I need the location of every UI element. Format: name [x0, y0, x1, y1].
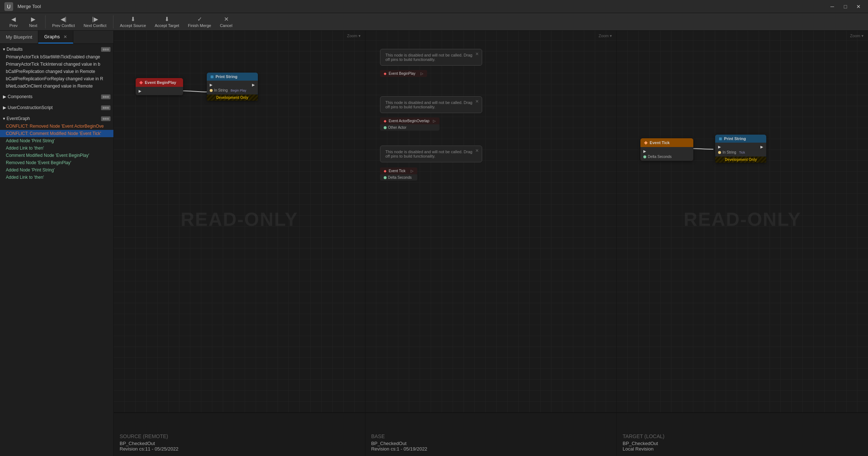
section-components-header[interactable]: ▶ Components ≡≡≡ [0, 93, 113, 101]
added-item-2[interactable]: Added Link to 'then' [0, 144, 113, 152]
target-bottom: TARGET (LOCAL) BP_CheckedOut Local Revis… [617, 412, 868, 456]
base-actor-begin-overlap-label: Event ActorBeginOverlap [389, 119, 430, 123]
added-item-4[interactable]: Removed Node 'Event BeginPlay' [0, 159, 113, 166]
maximize-button[interactable]: □ [840, 3, 850, 10]
list-item[interactable]: bCallPreReplicationForReplay changed val… [0, 75, 113, 82]
event-icon: ◆ [139, 80, 143, 85]
panels-row: READ-ONLY Zoom ▾ ◆ Event BeginPlay [114, 31, 868, 456]
exec-row: ▶ [139, 88, 180, 94]
target-zoom[interactable]: Zoom ▾ [850, 34, 864, 38]
next-button[interactable]: ▶ Next [24, 14, 42, 29]
base-event-tick: ◆ Event Tick ▷ Delta Seconds [380, 167, 417, 181]
tree-section-ucs: ▶ UserConstructionScript ≡≡≡ [0, 102, 113, 113]
title-bar: U Merge Tool ─ □ ✕ [0, 0, 868, 13]
print-icon: ⊞ [210, 75, 213, 79]
section-defaults-label: Defaults [7, 47, 23, 52]
minimize-button[interactable]: ─ [827, 3, 837, 10]
event-begin-play-header: ◆ Event BeginPlay [136, 78, 183, 87]
prev-button[interactable]: ◀ Prev [4, 14, 23, 29]
print-icon: ⊞ [719, 137, 722, 141]
added-item-6[interactable]: Added Link to 'then' [0, 174, 113, 181]
close-button[interactable]: ✕ [853, 3, 864, 10]
list-item[interactable]: bCallPreReplication changed value in Rem… [0, 68, 113, 75]
disabled-node-close-icon-3[interactable]: ✕ [475, 148, 479, 153]
added-item-1[interactable]: Added Node 'Print String' [0, 137, 113, 144]
cancel-icon: ✕ [224, 16, 229, 23]
sep-2 [113, 15, 113, 28]
section-eventgraph-header[interactable]: ▾ EventGraph ≡≡≡ [0, 115, 113, 123]
cancel-button[interactable]: ✕ Cancel [216, 14, 236, 29]
disabled-node-close-icon-2[interactable]: ✕ [475, 99, 479, 104]
list-item[interactable]: PrimaryActorTick bStartWithTickEnabled c… [0, 53, 113, 61]
event-icon: ◆ [384, 169, 387, 173]
target-canvas[interactable]: READ-ONLY Zoom ▾ ◆ Event Tick [617, 31, 868, 412]
prev-icon: ◀ [11, 16, 16, 23]
added-item-5[interactable]: Added Node 'Print String' [0, 166, 113, 174]
next-conflict-label: Next Conflict [84, 23, 106, 28]
target-panel: READ-ONLY Zoom ▾ ◆ Event Tick [617, 31, 868, 456]
event-tick-label: Event Tick [650, 140, 670, 145]
event-tick-node[interactable]: ◆ Event Tick ▶ Delta Seconds [640, 138, 693, 161]
event-icon: ◆ [384, 119, 387, 123]
window-controls: ─ □ ✕ [827, 3, 864, 10]
disabled-node-2: ✕ This node is disabled and will not be … [380, 96, 482, 113]
tab-my-blueprint-label: My Blueprint [6, 34, 32, 40]
next-conflict-button[interactable]: |▶ Next Conflict [80, 14, 110, 29]
accept-target-button[interactable]: ⬇ Accept Target [151, 14, 183, 29]
target-rev: Local Revision [623, 446, 862, 452]
blueprint-tabs: My Blueprint Graphs ✕ [0, 31, 113, 44]
finish-merge-button[interactable]: ✓ Finish Merge [184, 14, 215, 29]
print-string-header: ⊞ Print String [207, 73, 258, 81]
source-panel: READ-ONLY Zoom ▾ ◆ Event BeginPlay [114, 31, 365, 456]
cancel-label: Cancel [220, 23, 232, 28]
in-string-label-target: In String [722, 150, 736, 154]
base-canvas[interactable]: Zoom ▾ ✕ This node is disabled and will … [365, 31, 617, 412]
dev-only-badge-target: Development Only [715, 156, 766, 163]
list-item[interactable]: PrimaryActorTick TickInterval changed va… [0, 61, 113, 68]
added-item-3[interactable]: Comment Modified Node 'Event BeginPlay' [0, 152, 113, 159]
source-zoom[interactable]: Zoom ▾ [347, 34, 360, 38]
accept-source-button[interactable]: ⬇ Accept Source [116, 14, 150, 29]
in-string-pin [210, 89, 213, 92]
source-canvas[interactable]: READ-ONLY Zoom ▾ ◆ Event BeginPlay [114, 31, 365, 412]
section-ucs-header[interactable]: ▶ UserConstructionScript ≡≡≡ [0, 104, 113, 112]
base-zoom[interactable]: Zoom ▾ [598, 34, 612, 38]
next-conflict-icon: |▶ [92, 16, 98, 23]
exec-in-row: ▶ ▶ [718, 144, 763, 150]
exec-out-icon: ▶ [252, 83, 255, 87]
target-readonly-watermark: READ-ONLY [684, 208, 801, 230]
chevron-down-icon: ▾ [3, 47, 5, 52]
event-icon: ◆ [384, 72, 387, 76]
sep-1 [45, 15, 46, 28]
target-wires [617, 31, 868, 412]
delta-seconds-label: Delta Seconds [388, 175, 412, 179]
event-tick-body: ▶ Delta Seconds [640, 147, 693, 161]
disabled-node-close-icon[interactable]: ✕ [475, 51, 479, 57]
tab-close-icon[interactable]: ✕ [63, 34, 67, 39]
delta-seconds-pin [384, 176, 387, 179]
list-item[interactable]: bNetLoadOnClient changed value in Remote [0, 82, 113, 90]
conflict-item-2[interactable]: CONFLICT: Comment Modified Node 'Event T… [0, 130, 113, 137]
tick-value: Tick [739, 151, 745, 154]
prev-label: Prev [9, 23, 18, 28]
tab-graphs-label: Graphs [44, 34, 60, 39]
exec-pin: ▷ [421, 72, 423, 76]
tree-section-eventgraph: ▾ EventGraph ≡≡≡ CONFLICT: Removed Node … [0, 113, 113, 182]
base-actor-begin-overlap: ◆ Event ActorBeginOverlap ▷ Other Actor [380, 117, 440, 131]
tab-my-blueprint[interactable]: My Blueprint [0, 31, 38, 43]
print-string-node-source[interactable]: ⊞ Print String ▶ ▶ In String Begin [207, 73, 258, 101]
print-string-label: Print String [216, 74, 237, 79]
disabled-node-2-text: This node is disabled and will not be ca… [385, 100, 472, 109]
exec-out-icon: ▶ [760, 145, 763, 149]
print-string-node-target[interactable]: ⊞ Print String ▶ ▶ In String Tick [715, 135, 766, 163]
conflict-item-1[interactable]: CONFLICT: Removed Node 'Event ActorBegin… [0, 123, 113, 130]
exec-in-icon: ▶ [718, 145, 721, 149]
target-info: TARGET (LOCAL) BP_CheckedOut Local Revis… [617, 413, 868, 456]
app-logo: U [4, 2, 13, 11]
target-label: TARGET (LOCAL) [623, 433, 862, 439]
tab-graphs[interactable]: Graphs ✕ [38, 31, 73, 43]
prev-conflict-button[interactable]: ◀| Prev Conflict [49, 14, 78, 29]
next-icon: ▶ [31, 16, 35, 23]
section-defaults-header[interactable]: ▾ Defaults ≡≡≡ [0, 45, 113, 53]
event-begin-play-node[interactable]: ◆ Event BeginPlay ▶ [136, 78, 183, 95]
